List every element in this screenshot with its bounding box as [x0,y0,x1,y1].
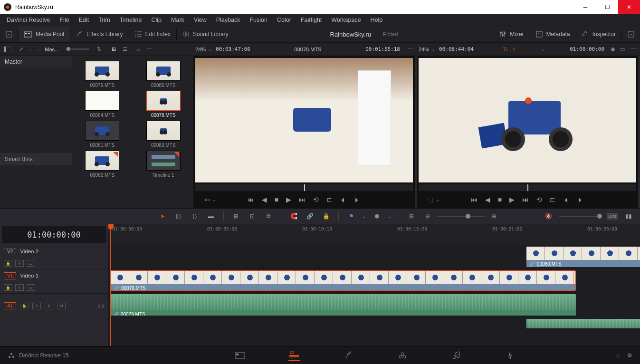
options-icon[interactable]: ⋯ [143,46,156,52]
back-button[interactable]: ‹ [27,47,35,52]
loop-button[interactable]: ⟲ [313,196,319,203]
dynamic-trim-tool[interactable]: ⟨⟩ [189,211,201,222]
clip-thumb[interactable]: 00082.MTS [75,151,130,178]
track-v1-badge[interactable]: V1 [4,272,16,279]
source-viewer-image[interactable] [195,58,413,182]
display-mode-icon[interactable]: ▭ [618,45,627,54]
smart-bins-header[interactable]: Smart Bins [0,153,72,165]
next-frame-button[interactable]: ⏭ [522,196,529,203]
sort-button[interactable]: ⇅ [93,46,105,52]
auto-select-icon[interactable]: ◇ [15,260,24,267]
minimize-button[interactable]: ─ [574,0,596,14]
grid-view-icon[interactable]: ⊞ [109,45,118,54]
track-v2-badge[interactable]: V2 [4,248,16,255]
lock-icon[interactable]: 🔒 [4,260,12,267]
timeline-viewer-image[interactable] [419,58,636,182]
insert-button[interactable]: ⊞ [230,211,242,222]
bypass-icon[interactable]: ◉ [608,45,618,54]
timeline-tracks[interactable]: 01:00:00:00 01:00:05:06 01:00:10:13 01:0… [108,224,640,346]
snap-button[interactable]: 🧲 [288,211,299,222]
menu-view[interactable]: View [189,17,211,23]
link-button[interactable]: 🔗 [304,211,315,222]
menu-fairlight[interactable]: Fairlight [296,17,326,23]
auto-select-icon[interactable]: ◇ [32,303,41,309]
replace-button[interactable]: ⧉ [263,211,274,222]
zoom-out[interactable]: ⊖ [422,211,433,222]
timeline-name[interactable]: Ti... 1 [478,47,541,52]
color-page[interactable] [397,350,408,361]
play-reverse-button[interactable]: ◀ [485,196,490,203]
forward-button[interactable]: › [35,47,42,52]
overwrite-button[interactable]: ⊡ [247,211,258,222]
zoom-in[interactable]: ⊕ [488,211,500,222]
next-edit-button[interactable]: ⏵ [577,196,584,203]
menu-edit[interactable]: Edit [74,17,94,23]
mute-icon[interactable]: M [57,303,66,309]
trim-tool[interactable]: ⟦⟧ [173,211,184,222]
play-button[interactable]: ▶ [509,196,515,203]
track-a1-badge[interactable]: A1 [4,302,16,309]
transform-icon[interactable]: ⬚ [428,196,433,203]
menu-playback[interactable]: Playback [211,17,245,23]
clip-thumb[interactable]: 00080.MTS [136,61,191,88]
next-frame-button[interactable]: ⏭ [299,196,306,203]
timeline-scrubber[interactable] [419,184,636,191]
clip-thumb[interactable]: 00079.MTS [75,61,130,88]
selection-tool[interactable]: ➤ [157,211,168,222]
menu-timeline[interactable]: Timeline [115,17,147,23]
clip-thumb[interactable]: Timeline 1 [136,151,191,178]
mark-in-button[interactable]: ⊏ [326,196,332,203]
menu-help[interactable]: Help [366,17,388,23]
visibility-icon[interactable]: ▭ [27,260,35,267]
metadata-button[interactable]: Metadata [530,26,576,42]
menu-file[interactable]: File [55,17,74,23]
list-view-icon[interactable]: ☰ [120,45,130,54]
settings-icon[interactable]: ⚙ [627,352,632,359]
fusion-page[interactable] [343,350,354,361]
media-page[interactable] [234,350,246,361]
first-frame-button[interactable]: ⏮ [471,196,478,203]
track-v2[interactable]: 🔗00080.MTS [108,245,640,269]
timeline-tc-display[interactable]: 01:00:00:00 [2,226,106,243]
mute-button[interactable]: 🔇 [543,211,554,222]
menu-fusion[interactable]: Fusion [245,17,272,23]
auto-select-icon[interactable]: ◇ [15,284,24,291]
mixer-button[interactable]: Mixer [494,26,529,42]
close-button[interactable]: ✕ [618,0,640,14]
menu-mark[interactable]: Mark [166,17,189,23]
thumb-size-slider[interactable] [66,48,89,50]
solo-icon[interactable]: S [45,303,53,309]
maximize-button[interactable]: ☐ [596,0,618,14]
edit-page[interactable] [288,350,300,361]
prev-edit-button[interactable]: ⏴ [563,196,570,203]
next-edit-button[interactable]: ⏵ [354,196,361,203]
fairlight-page[interactable] [451,350,462,361]
flag-button[interactable]: ⚑ [345,211,357,222]
source-clip-name[interactable]: 00078.MTS [254,47,362,52]
menu-clip[interactable]: Clip [147,17,167,23]
track-v1[interactable]: 🔗00079.MTS [108,269,640,293]
clip-thumb[interactable]: 00084.MTS [75,91,130,118]
mark-in-button[interactable]: ⊏ [550,196,555,203]
play-button[interactable]: ▶ [286,196,291,203]
lock-icon[interactable]: 🔒 [20,303,29,309]
meters-icon[interactable]: ▮▮ [623,211,634,222]
media-pool-button[interactable]: Media Pool [19,26,70,42]
track-a1[interactable]: 🔗00079.MTS [108,293,640,317]
loop-button[interactable]: ⟲ [536,196,542,203]
match-frame-icon[interactable]: ▭ [205,196,210,203]
clip-v2[interactable]: 🔗00080.MTS [526,247,640,267]
sound-library-button[interactable]: Sound Library [177,26,234,42]
deliver-page[interactable] [505,350,516,361]
playhead[interactable] [110,224,111,346]
home-icon[interactable]: ⌂ [616,352,620,359]
dim-button[interactable]: DIM [607,213,619,220]
timeline-ruler[interactable]: 01:00:00:00 01:00:05:06 01:00:10:13 01:0… [108,224,640,245]
first-frame-button[interactable]: ⏮ [248,196,254,203]
clip-thumb[interactable]: 00083.MTS [136,121,191,148]
inspector-button[interactable]: Inspector [576,26,621,42]
menu-color[interactable]: Color [272,17,296,23]
menu-trim[interactable]: Trim [94,17,115,23]
menu-davinci[interactable]: DaVinci Resolve [2,17,55,23]
prev-edit-button[interactable]: ⏴ [340,196,346,203]
